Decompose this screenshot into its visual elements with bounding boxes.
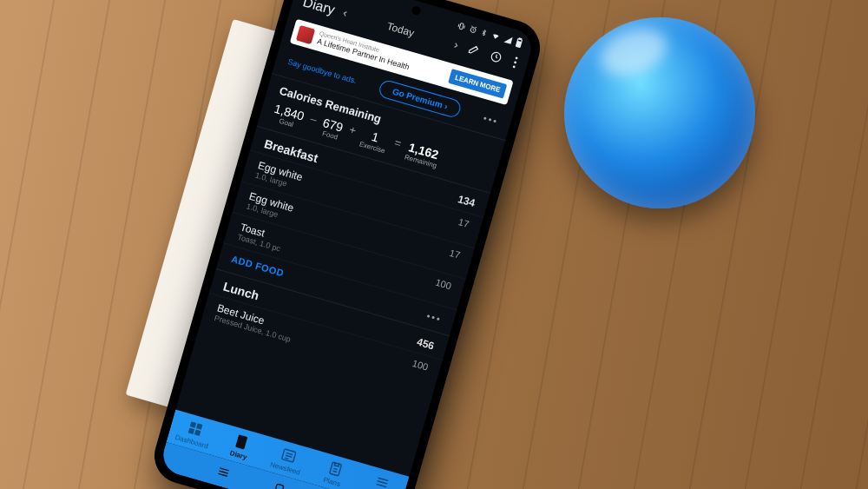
meal-total: 456 xyxy=(416,336,436,353)
svg-rect-11 xyxy=(188,428,194,434)
wifi-icon xyxy=(490,30,502,42)
nav-plans[interactable]: Plans xyxy=(307,455,361,489)
svg-rect-10 xyxy=(196,423,202,429)
svg-rect-12 xyxy=(194,430,201,436)
svg-rect-15 xyxy=(275,484,284,489)
app-screen: 1:41 ▸ ▸ • xyxy=(159,0,536,489)
food-cal: 100 xyxy=(431,277,452,301)
diary-title: Diary xyxy=(301,0,337,18)
svg-point-8 xyxy=(512,65,515,68)
ad-cta-button[interactable]: LEARN MORE xyxy=(448,69,507,98)
newsfeed-icon xyxy=(279,446,299,465)
plus-sign: + xyxy=(344,122,359,146)
overflow-menu-icon[interactable] xyxy=(512,56,519,69)
food-cal: 17 xyxy=(445,248,461,270)
meal-overflow-icon[interactable]: ••• xyxy=(425,311,455,328)
clock-icon[interactable] xyxy=(489,50,503,64)
alarm-icon xyxy=(468,24,478,35)
signal-icon xyxy=(503,34,513,44)
svg-rect-3 xyxy=(519,38,522,40)
home-button[interactable] xyxy=(270,479,289,489)
cal-exercise: 1 Exercise xyxy=(358,127,390,155)
svg-rect-9 xyxy=(190,421,196,427)
battery-icon xyxy=(515,36,524,49)
food-cal: 100 xyxy=(408,358,429,382)
edit-icon[interactable] xyxy=(465,43,480,57)
water-glass xyxy=(564,17,755,208)
meal-total: 134 xyxy=(457,193,477,209)
more-icon xyxy=(372,472,391,489)
cal-exercise-value: 1 xyxy=(370,129,380,145)
equals-sign: = xyxy=(389,135,404,159)
scene-background: 1:41 ▸ ▸ • xyxy=(0,0,868,489)
ad-brand-icon xyxy=(296,25,315,44)
nav-more[interactable]: More xyxy=(354,468,408,489)
svg-point-7 xyxy=(514,61,516,63)
bluetooth-icon xyxy=(479,28,488,38)
cal-food: 679 Food xyxy=(319,116,345,142)
diary-icon xyxy=(233,433,252,452)
svg-rect-4 xyxy=(516,42,521,47)
dashboard-icon xyxy=(186,420,205,439)
cal-goal: 1,840 Goal xyxy=(271,102,306,131)
minus-sign: – xyxy=(305,111,320,135)
prev-day-button[interactable] xyxy=(340,9,351,19)
next-day-button[interactable] xyxy=(450,40,461,50)
card-overflow-icon[interactable]: ••• xyxy=(483,112,500,126)
svg-point-6 xyxy=(515,56,517,59)
vibrate-icon xyxy=(457,21,467,31)
food-cal: 17 xyxy=(454,216,470,239)
cal-remaining: 1,162 Remaining xyxy=(404,140,442,170)
recents-button[interactable] xyxy=(214,463,233,482)
plans-icon xyxy=(326,459,345,479)
svg-rect-0 xyxy=(459,23,464,30)
